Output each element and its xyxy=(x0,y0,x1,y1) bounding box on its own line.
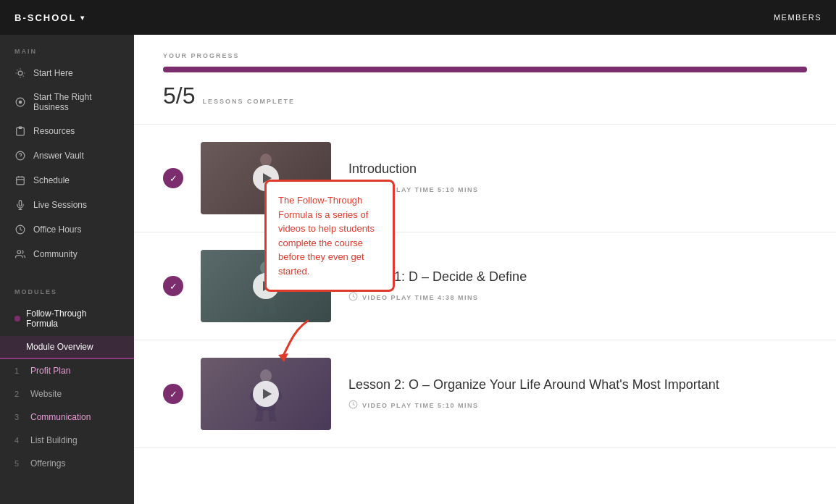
sidebar-item-community[interactable]: Community xyxy=(0,242,134,266)
item-number: 1 xyxy=(14,366,23,375)
modules-section-label: MODULES xyxy=(0,275,134,301)
progress-bar-container xyxy=(163,67,807,72)
lesson-meta-text-3: VIDEO PLAY TIME 5:10 MINS xyxy=(362,402,479,409)
main-section-label: MAIN xyxy=(0,35,134,61)
module-overview-item[interactable]: Module Overview xyxy=(0,336,134,359)
active-module-item[interactable]: Follow-Through Formula xyxy=(0,301,134,336)
lesson-meta-text-2: VIDEO PLAY TIME 4:38 MINS xyxy=(362,294,479,301)
lesson-meta-lesson2: VIDEO PLAY TIME 5:10 MINS xyxy=(348,400,807,411)
lesson-item-lesson1: ✓ Lesson 1: D – Decide & Define xyxy=(134,232,836,340)
sidebar-item-label: Live Sessions xyxy=(33,200,87,210)
sidebar-item-label: Community xyxy=(33,249,78,259)
progress-bar-fill xyxy=(163,67,807,72)
sidebar-item-resources[interactable]: Resources xyxy=(0,119,134,143)
numbered-item-2[interactable]: 2 Website xyxy=(0,382,134,406)
lesson-item-lesson2: ✓ Lesson 2: O – Organize Your Life Aroun… xyxy=(134,340,836,448)
lesson-check-lesson2: ✓ xyxy=(163,384,183,404)
item-number: 3 xyxy=(14,413,23,421)
progress-number: 5/5 xyxy=(163,83,195,109)
sidebar-item-label: Schedule xyxy=(33,175,70,185)
progress-count: 5/5 LESSONS COMPLETE xyxy=(163,83,807,109)
lesson-meta-intro: VIDEO PLAY TIME 5:10 MINS xyxy=(348,184,807,196)
svg-point-8 xyxy=(19,101,22,104)
numbered-item-5[interactable]: 5 Offerings xyxy=(0,452,134,475)
content-area: YOUR PROGRESS 5/5 LESSONS COMPLETE ✓ xyxy=(134,35,836,504)
progress-text: LESSONS COMPLETE xyxy=(202,98,295,105)
svg-point-20 xyxy=(260,154,272,167)
annotation-arrow xyxy=(268,317,319,367)
lesson-thumbnail-lesson2[interactable] xyxy=(201,358,331,430)
progress-section: YOUR PROGRESS 5/5 LESSONS COMPLETE xyxy=(134,35,836,125)
circle-dot-icon xyxy=(14,96,26,108)
arrow-svg xyxy=(268,317,319,364)
brand-name: B-SCHOOL xyxy=(14,12,76,23)
item-label: Profit Plan xyxy=(30,366,70,376)
sidebar-item-answer-vault[interactable]: Answer Vault xyxy=(0,143,134,168)
sidebar-item-office-hours[interactable]: Office Hours xyxy=(0,217,134,242)
lesson-info-lesson2: Lesson 2: O – Organize Your Life Around … xyxy=(348,377,807,411)
svg-rect-12 xyxy=(17,177,25,185)
item-number: 2 xyxy=(14,390,23,398)
item-label: Website xyxy=(30,389,62,399)
annotation-box: The Follow-Through Formula is a series o… xyxy=(264,180,395,292)
item-number: 5 xyxy=(14,459,23,468)
numbered-item-4[interactable]: 4 List Building xyxy=(0,429,134,452)
lesson-meta-lesson1: VIDEO PLAY TIME 4:38 MINS xyxy=(348,292,807,303)
numbered-item-3[interactable]: 3 Communication xyxy=(0,406,134,429)
clock-icon-3 xyxy=(348,400,358,411)
sidebar-item-start-here[interactable]: Start Here xyxy=(0,61,134,85)
brand-chevron: ▾ xyxy=(80,14,85,22)
clock-icon-2 xyxy=(348,292,358,303)
sidebar-item-label: Start Here xyxy=(33,68,73,78)
play-button-lesson2[interactable] xyxy=(253,381,279,407)
bulb-icon xyxy=(14,67,26,79)
progress-label: YOUR PROGRESS xyxy=(163,52,807,59)
svg-marker-26 xyxy=(278,353,288,362)
clock-icon xyxy=(14,224,26,235)
lesson-info-intro: Introduction VIDEO PLAY TIME 5:10 MINS xyxy=(348,161,807,196)
sidebar-item-label: Office Hours xyxy=(33,224,81,235)
question-icon xyxy=(14,150,26,161)
item-label: Offerings xyxy=(30,458,65,469)
svg-line-3 xyxy=(17,70,17,70)
mic-icon xyxy=(14,199,26,211)
sidebar: MAIN Start Here Start The Right Business… xyxy=(0,35,134,504)
members-link[interactable]: MEMBERS xyxy=(774,13,822,22)
sidebar-item-label: Start The Right Business xyxy=(33,92,120,112)
item-label: Communication xyxy=(30,412,91,422)
svg-point-0 xyxy=(18,71,22,75)
item-number: 4 xyxy=(14,436,23,445)
clipboard-icon xyxy=(14,125,26,137)
svg-point-24 xyxy=(260,369,272,382)
users-icon xyxy=(14,248,26,260)
svg-point-19 xyxy=(17,251,21,254)
active-module-label: Follow-Through Formula xyxy=(26,308,120,329)
lesson-check-lesson1: ✓ xyxy=(163,276,183,296)
calendar-icon xyxy=(14,175,26,186)
svg-line-4 xyxy=(23,76,24,77)
numbered-item-1[interactable]: 1 Profit Plan xyxy=(0,359,134,382)
item-label: List Building xyxy=(30,435,78,445)
sidebar-item-label: Resources xyxy=(33,126,75,136)
sidebar-item-live-sessions[interactable]: Live Sessions xyxy=(0,193,134,217)
sidebar-item-schedule[interactable]: Schedule xyxy=(0,168,134,193)
lesson-title-lesson1: Lesson 1: D – Decide & Define xyxy=(348,269,807,285)
top-nav: B-SCHOOL ▾ MEMBERS xyxy=(0,0,836,35)
lesson-info-lesson1: Lesson 1: D – Decide & Define VIDEO PLAY… xyxy=(348,269,807,303)
brand-logo[interactable]: B-SCHOOL ▾ xyxy=(14,12,85,23)
annotation-text: The Follow-Through Formula is a series o… xyxy=(278,195,375,277)
lesson-title-lesson2: Lesson 2: O – Organize Your Life Around … xyxy=(348,377,807,392)
sidebar-item-start-right-business[interactable]: Start The Right Business xyxy=(0,85,134,119)
main-layout: MAIN Start Here Start The Right Business… xyxy=(0,35,836,504)
lesson-item-intro: ✓ Introduction xyxy=(134,125,836,232)
sidebar-item-label: Answer Vault xyxy=(33,151,84,161)
lesson-title-intro: Introduction xyxy=(348,161,807,177)
active-module-dot xyxy=(14,316,20,322)
lesson-check-intro: ✓ xyxy=(163,168,183,188)
